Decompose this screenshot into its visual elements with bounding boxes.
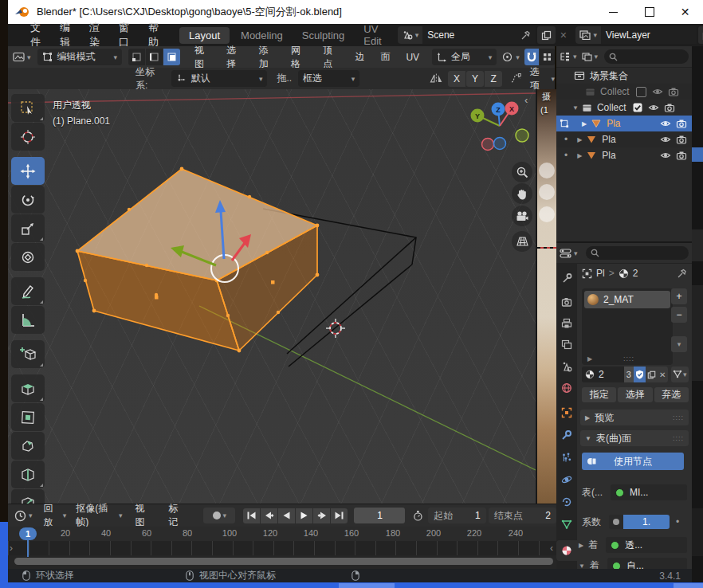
outliner-row-object[interactable]: • ▶ Pla (556, 147, 692, 163)
tool-scale[interactable] (11, 214, 45, 242)
disclosure-triangle-icon[interactable]: ▶ (579, 542, 583, 549)
menu-file[interactable]: 文件 (21, 21, 50, 49)
tool-annotate[interactable] (11, 277, 45, 305)
vertex-select-button[interactable] (128, 49, 145, 65)
snap-toggle-button[interactable] (524, 49, 540, 65)
tool-cursor[interactable] (11, 123, 45, 151)
jump-to-start-button[interactable] (243, 508, 260, 523)
menu-vertex[interactable]: 顶点 (315, 44, 347, 71)
coord-dropdown[interactable]: 默认 ▾ (171, 70, 268, 87)
surface-shader-dropdown[interactable]: MI... (611, 484, 687, 500)
prev-keyframe-button[interactable] (261, 508, 277, 523)
render-camera-icon[interactable] (676, 119, 687, 128)
timeline-ruler[interactable]: 20 40 60 80 100 120 140 160 180 200 220 … (8, 527, 556, 541)
strip-zoom-icon[interactable] (539, 163, 555, 178)
menu-mesh[interactable]: 网格 (283, 44, 315, 71)
shader1-dropdown[interactable]: 透... (606, 537, 687, 553)
tool-add-cube[interactable] (11, 340, 45, 368)
breadcrumb-object[interactable]: Pl (596, 268, 605, 279)
timeline-marker-menu[interactable]: 标记 (160, 502, 194, 529)
deselect-button[interactable]: 弃选 (654, 387, 689, 402)
snap-settings-button[interactable] (540, 49, 555, 65)
tab-scene-icon[interactable] (561, 361, 572, 372)
pin-icon[interactable] (520, 30, 531, 41)
viewlayer-new-button[interactable] (698, 26, 703, 44)
render-camera-icon[interactable] (664, 103, 675, 112)
strip-hand-icon[interactable] (539, 184, 555, 200)
assign-button[interactable]: 指定 (582, 387, 616, 402)
play-button[interactable] (296, 508, 312, 523)
collection-checkbox-unchecked[interactable] (636, 87, 646, 97)
region-expand-left-icon[interactable]: ‹ (524, 94, 528, 106)
mirror-x-button[interactable]: X (448, 71, 465, 87)
menu-render[interactable]: 渲染 (80, 21, 109, 49)
render-camera-icon[interactable] (668, 87, 679, 96)
collection-checkbox-checked[interactable] (633, 103, 642, 112)
menu-add[interactable]: 添加 (251, 44, 283, 71)
tab-layout[interactable]: Layout (179, 27, 230, 44)
pivot-dropdown[interactable]: ▾ (501, 51, 520, 63)
zoom-button[interactable] (512, 162, 532, 182)
drag-dropdown[interactable]: 框选 ▾ (298, 70, 359, 87)
breadcrumb-material[interactable]: 2 (633, 268, 638, 279)
render-camera-icon[interactable] (676, 151, 687, 160)
tab-modifier-icon[interactable] (561, 429, 572, 441)
viewport-3d[interactable]: 用户透视 (1) Plane.001 (8, 89, 536, 504)
tool-move[interactable] (11, 157, 45, 185)
play-reverse-button[interactable] (278, 508, 295, 523)
keying-menu[interactable]: 抠像(插帧) ▾ (76, 502, 122, 529)
preview-panel-header[interactable]: ▶ 预览 :::: (580, 410, 689, 425)
material-unlink-button[interactable]: ✕ (658, 367, 668, 382)
outliner-row-collection[interactable]: ▼ Collect (556, 100, 692, 116)
outliner-row-object[interactable]: • ▶ Pla (556, 131, 692, 147)
tab-particles-icon[interactable] (561, 452, 572, 463)
menu-face[interactable]: 面 (372, 50, 398, 64)
properties-search[interactable] (586, 246, 689, 260)
grip-icon[interactable]: :::: (623, 355, 634, 363)
frame-start-field[interactable]: 起始 1 (428, 508, 485, 523)
tab-material-active[interactable] (556, 540, 577, 561)
tab-uv-edit[interactable]: UV Edit (355, 21, 389, 49)
use-nodes-button[interactable]: 使用节点 (582, 453, 684, 470)
mirror-z-button[interactable]: Z (485, 71, 502, 87)
tool-bevel[interactable] (11, 432, 45, 460)
auto-key-button[interactable]: ▾ (203, 508, 235, 523)
menu-uv[interactable]: UV (398, 52, 427, 63)
tool-inset[interactable] (11, 403, 45, 431)
disclosure-triangle-icon[interactable]: ▶ (577, 136, 582, 143)
current-frame-field[interactable]: 1 (354, 508, 405, 523)
eye-icon[interactable] (660, 135, 671, 144)
tool-measure[interactable] (11, 306, 45, 334)
tool-extrude[interactable] (11, 374, 45, 402)
material-browse-field[interactable]: 2 (582, 367, 624, 382)
next-keyframe-button[interactable] (313, 508, 330, 523)
camera-viewport-strip[interactable]: 摄 (1 (537, 89, 556, 504)
frame-end-field[interactable]: 结束点 2 (489, 508, 556, 523)
tool-knife[interactable] (11, 489, 45, 504)
menu-edit[interactable]: 编辑 (50, 21, 80, 49)
scroll-arrow-right[interactable]: ‹ (550, 543, 553, 554)
scene-new-button[interactable] (537, 26, 556, 44)
options-dropdown[interactable]: 选项 ▾ (530, 65, 555, 92)
menu-select[interactable]: 选择 (218, 44, 250, 71)
jump-to-end-button[interactable] (331, 508, 348, 523)
playback-menu[interactable]: 回放 ▾ (44, 502, 67, 529)
slot-add-button[interactable]: + (671, 288, 687, 304)
slot-remove-button[interactable]: − (671, 307, 687, 323)
tab-constraint-icon[interactable] (561, 496, 572, 508)
outliner-row-scene-collection[interactable]: 场景集合 (556, 68, 692, 84)
minimize-button[interactable] (595, 0, 631, 24)
close-button[interactable]: ✕ (667, 0, 703, 24)
mode-dropdown[interactable]: 编辑模式 ▾ (37, 49, 123, 65)
orientation-dropdown[interactable]: 全局 ▾ (432, 49, 497, 65)
eye-icon[interactable] (660, 151, 671, 160)
slot-list-expand-icon[interactable]: ▶ (587, 355, 592, 363)
pin-icon[interactable] (677, 269, 687, 279)
ortho-toggle-button[interactable] (512, 231, 532, 252)
outliner-search[interactable] (604, 49, 689, 64)
material-new-button[interactable] (646, 367, 658, 382)
tab-sculpting[interactable]: Sculpting (294, 27, 352, 44)
tab-physics-icon[interactable] (561, 474, 572, 485)
outliner-row-collection-disabled[interactable]: Collect (556, 84, 692, 100)
timeline-view-menu[interactable]: 视图 (127, 502, 160, 529)
